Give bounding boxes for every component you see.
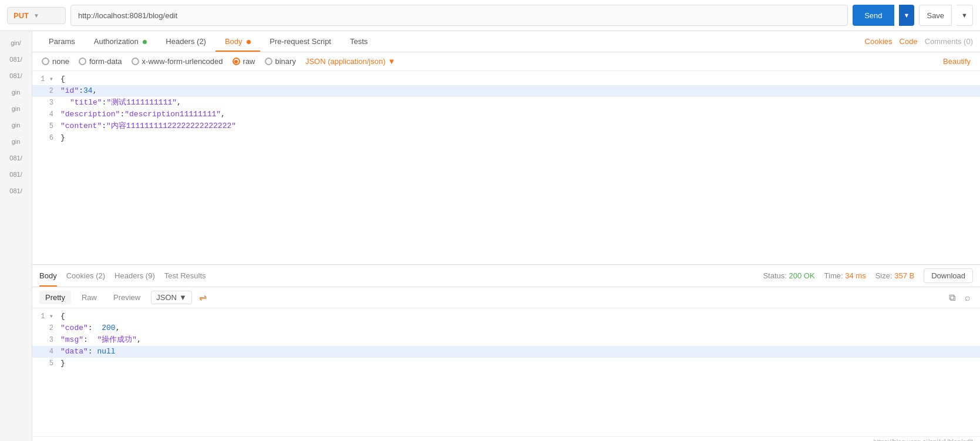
format-raw-button[interactable]: Raw bbox=[76, 291, 103, 304]
sidebar-item-3[interactable]: gin bbox=[0, 85, 32, 99]
response-status-area: Status: 200 OK Time: 34 ms Size: 357 B D… bbox=[763, 268, 973, 283]
download-button[interactable]: Download bbox=[924, 268, 973, 283]
tab-pre-request[interactable]: Pre-request Script bbox=[260, 31, 341, 52]
status-label: Status: 200 OK bbox=[763, 271, 814, 280]
res-line-5: 5 } bbox=[32, 358, 980, 369]
request-tabs-bar: Params Authorization Headers (2) Body Pr… bbox=[32, 31, 980, 52]
res-line-1: 1 ▾ { bbox=[32, 311, 980, 322]
body-type-none[interactable]: none bbox=[42, 57, 69, 66]
sidebar-item-5[interactable]: gin bbox=[0, 118, 32, 132]
radio-urlencoded bbox=[132, 58, 139, 65]
comments-link[interactable]: Comments (0) bbox=[925, 37, 973, 46]
radio-raw bbox=[233, 58, 240, 65]
req-line-3: 3 "title":"测试1111111111", bbox=[32, 97, 980, 109]
req-line-5: 5 "content":"内容11111111122222222222222" bbox=[32, 120, 980, 132]
sidebar-item-6[interactable]: gin bbox=[0, 134, 32, 149]
format-chevron-icon: ▼ bbox=[179, 293, 187, 302]
res-tab-test-results[interactable]: Test Results bbox=[164, 269, 206, 282]
tab-tests[interactable]: Tests bbox=[341, 31, 377, 52]
save-dropdown-button[interactable]: ▼ bbox=[957, 5, 973, 26]
sidebar-item-4[interactable]: gin bbox=[0, 102, 32, 116]
response-format-selector[interactable]: JSON ▼ bbox=[151, 291, 192, 304]
req-line-6: 6 } bbox=[32, 132, 980, 144]
send-dropdown-button[interactable]: ▼ bbox=[899, 5, 915, 26]
cookies-link[interactable]: Cookies bbox=[865, 37, 893, 46]
authorization-dot bbox=[143, 40, 147, 44]
tab-params[interactable]: Params bbox=[39, 31, 85, 52]
main-layout: gin/ 081/ 081/ gin gin gin gin 081/ 081/… bbox=[0, 31, 980, 441]
req-line-4: 4 "description":"description11111111", bbox=[32, 109, 980, 120]
res-tab-cookies[interactable]: Cookies (2) bbox=[66, 269, 105, 282]
sidebar-item-1[interactable]: 081/ bbox=[0, 52, 32, 66]
res-tab-headers[interactable]: Headers (9) bbox=[114, 269, 155, 282]
url-input[interactable] bbox=[70, 5, 848, 26]
radio-binary bbox=[265, 58, 272, 65]
res-line-3: 3 "msg": "操作成功", bbox=[32, 334, 980, 346]
body-type-urlencoded[interactable]: x-www-form-urlencoded bbox=[132, 57, 223, 66]
res-line-2: 2 "code": 200, bbox=[32, 322, 980, 334]
body-dot bbox=[247, 40, 251, 44]
sidebar-item-0[interactable]: gin/ bbox=[0, 36, 32, 50]
res-line-4: 4 "data": null bbox=[32, 346, 980, 358]
radio-form-data bbox=[79, 58, 86, 65]
sidebar-item-2[interactable]: 081/ bbox=[0, 69, 32, 83]
content-area: Params Authorization Headers (2) Body Pr… bbox=[32, 31, 980, 441]
format-pretty-button[interactable]: Pretty bbox=[39, 291, 71, 304]
json-format-selector[interactable]: JSON (application/json) ▼ bbox=[305, 57, 395, 66]
sidebar-item-8[interactable]: 081/ bbox=[0, 167, 32, 181]
json-format-chevron-icon: ▼ bbox=[388, 57, 395, 66]
req-line-2: 2 "id":34, bbox=[32, 85, 980, 97]
method-chevron-icon: ▼ bbox=[33, 12, 39, 19]
response-area: Body Cookies (2) Headers (9) Test Result… bbox=[32, 265, 980, 441]
search-icon[interactable]: ⌕ bbox=[962, 291, 973, 304]
bottom-url: https://blog.usan.ai/api/v1/blog/edit bbox=[32, 436, 980, 441]
method-selector[interactable]: PUT ▼ bbox=[7, 7, 66, 24]
request-bar: PUT ▼ Send ▼ Save ▼ bbox=[0, 0, 980, 31]
body-type-selector: none form-data x-www-form-urlencoded raw… bbox=[32, 52, 980, 71]
body-type-form-data[interactable]: form-data bbox=[79, 57, 122, 66]
response-body-editor[interactable]: 1 ▾ { 2 "code": 200, 3 "msg": "操作成功", 4 … bbox=[32, 308, 980, 436]
time-label: Time: 34 ms bbox=[824, 271, 866, 280]
body-type-binary[interactable]: binary bbox=[265, 57, 296, 66]
tab-body[interactable]: Body bbox=[215, 31, 260, 52]
copy-icon[interactable]: ⧉ bbox=[947, 291, 958, 304]
code-link[interactable]: Code bbox=[900, 37, 918, 46]
send-button[interactable]: Send bbox=[853, 5, 894, 26]
sidebar-item-9[interactable]: 081/ bbox=[0, 184, 32, 198]
body-type-raw[interactable]: raw bbox=[233, 57, 255, 66]
sidebar-item-7[interactable]: 081/ bbox=[0, 151, 32, 165]
radio-none bbox=[42, 58, 49, 65]
request-body-editor[interactable]: 1 ▾ { 2 "id":34, 3 "title":"测试1111111111… bbox=[32, 71, 980, 265]
req-line-1: 1 ▾ { bbox=[32, 73, 980, 85]
response-right-icons: ⧉ ⌕ bbox=[947, 291, 973, 304]
method-label: PUT bbox=[14, 11, 29, 20]
size-label: Size: 357 B bbox=[875, 271, 915, 280]
save-button[interactable]: Save bbox=[919, 5, 952, 26]
tab-authorization[interactable]: Authorization bbox=[85, 31, 157, 52]
tab-right-links: Cookies Code Comments (0) bbox=[865, 37, 973, 46]
beautify-button[interactable]: Beautify bbox=[943, 57, 971, 66]
response-tabs-bar: Body Cookies (2) Headers (9) Test Result… bbox=[32, 265, 980, 287]
res-tab-body[interactable]: Body bbox=[39, 269, 57, 282]
response-format-bar: Pretty Raw Preview JSON ▼ ⇌ ⧉ ⌕ bbox=[32, 287, 980, 308]
filter-icon[interactable]: ⇌ bbox=[199, 292, 207, 303]
format-preview-button[interactable]: Preview bbox=[107, 291, 146, 304]
tab-headers[interactable]: Headers (2) bbox=[156, 31, 215, 52]
sidebar: gin/ 081/ 081/ gin gin gin gin 081/ 081/… bbox=[0, 31, 32, 441]
